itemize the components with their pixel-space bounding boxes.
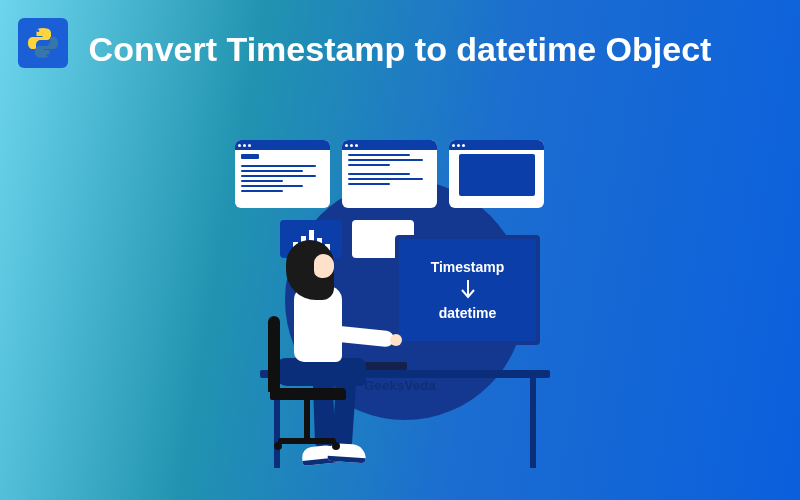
monitor-stand xyxy=(460,345,476,367)
person-illustration xyxy=(240,240,420,480)
chair-seat xyxy=(270,388,346,400)
floating-windows-row xyxy=(235,140,544,208)
python-logo-icon xyxy=(25,25,61,61)
page-title: Convert Timestamp to datetime Object xyxy=(80,28,720,71)
illustration-scene: Timestamp datetime xyxy=(200,140,600,500)
watermark-text: GeeksVeda xyxy=(364,378,436,393)
code-window-icon xyxy=(235,140,330,208)
monitor-top-label: Timestamp xyxy=(431,259,505,275)
python-logo-badge xyxy=(18,18,68,68)
monitor-bottom-label: datetime xyxy=(439,305,497,321)
chair-back xyxy=(268,316,280,392)
arrow-down-icon xyxy=(459,279,477,301)
block-window-icon xyxy=(449,140,544,208)
chair-wheel xyxy=(274,442,282,450)
chair-base xyxy=(278,438,336,444)
chair-pole xyxy=(304,400,310,440)
chair-wheel xyxy=(332,442,340,450)
list-window-icon xyxy=(342,140,437,208)
